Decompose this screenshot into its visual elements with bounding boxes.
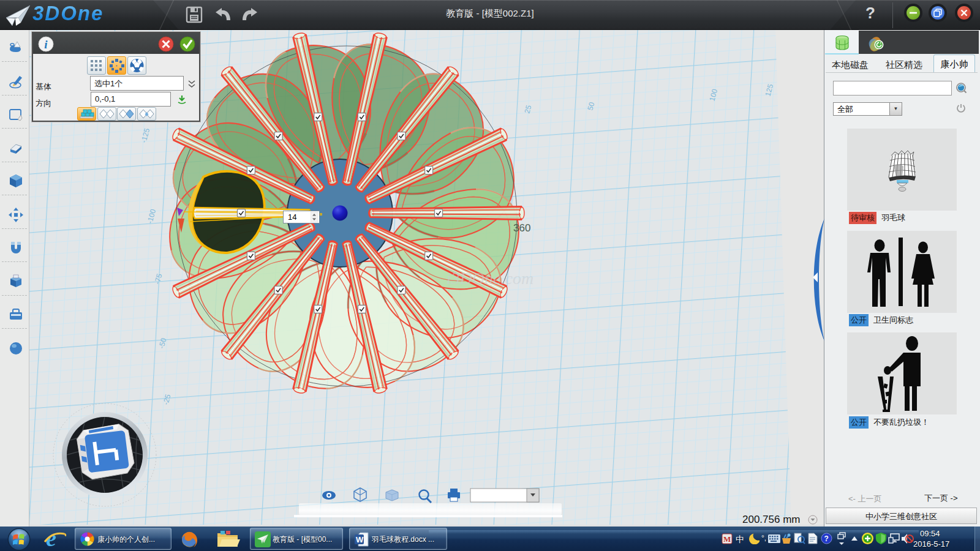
svg-text:i3DOne.com: i3DOne.com (447, 269, 533, 288)
svg-text:W: W (356, 535, 364, 544)
svg-text:360: 360 (513, 222, 530, 234)
svg-text:i: i (44, 38, 48, 51)
svg-text:M: M (723, 534, 731, 544)
svg-text:?: ? (824, 534, 829, 543)
svg-text:200.756 mm: 200.756 mm (742, 514, 801, 525)
